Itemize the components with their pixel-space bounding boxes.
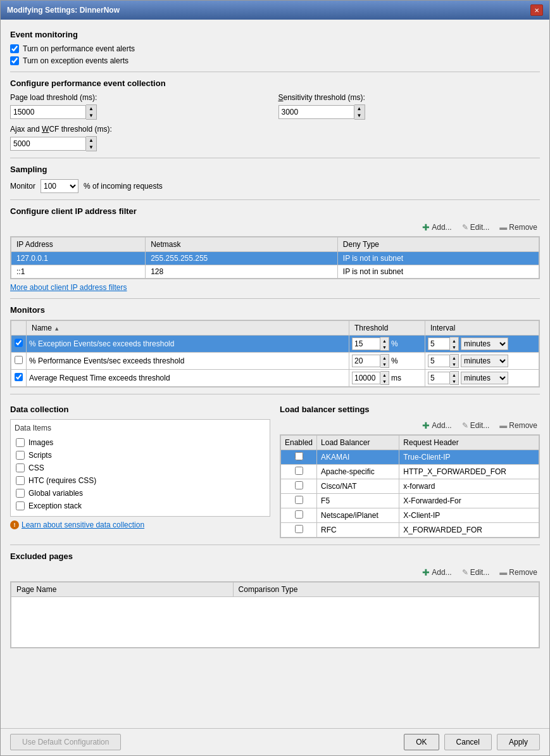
interval-input[interactable] <box>428 355 450 367</box>
lb-cell-enabled[interactable] <box>281 450 317 465</box>
ip-remove-button[interactable]: ▬ Remove <box>497 222 540 233</box>
ip-remove-label: Remove <box>509 223 537 232</box>
edit-icon: ✎ <box>462 223 468 232</box>
threshold-down-btn[interactable]: ▼ <box>380 378 389 384</box>
page-load-down-btn[interactable]: ▼ <box>86 112 96 119</box>
dc-section: Data collection Data Items Images Script… <box>10 401 270 538</box>
monitor-cell-check[interactable] <box>11 370 27 387</box>
lb-add-button[interactable]: ✚ Add... <box>420 419 454 432</box>
threshold-down-btn[interactable]: ▼ <box>380 344 389 350</box>
lb-cell-enabled[interactable] <box>281 508 317 523</box>
interval-down-btn[interactable]: ▼ <box>450 378 458 384</box>
ajax-up-btn[interactable]: ▲ <box>86 137 96 144</box>
threshold-input[interactable] <box>352 372 380 384</box>
sensitivity-input[interactable]: 3000 <box>278 105 354 119</box>
interval-up-btn[interactable]: ▲ <box>450 372 458 378</box>
dc-checkbox[interactable] <box>16 476 25 485</box>
sep6 <box>10 545 540 545</box>
threshold-up-btn[interactable]: ▲ <box>380 337 389 344</box>
ip-table-row[interactable]: ::1 128 IP is not in subnet <box>11 265 539 279</box>
ip-table-body: 127.0.0.1 255.255.255.255 IP is not in s… <box>11 252 539 279</box>
ok-button[interactable]: OK <box>404 734 439 750</box>
lb-remove-button[interactable]: ▬ Remove <box>497 420 540 431</box>
interval-unit-select[interactable]: minutes hours seconds <box>461 372 508 384</box>
monitor-row: % Exception Events/sec exceeds threshold… <box>11 336 539 353</box>
sensitivity-down-btn[interactable]: ▼ <box>354 112 365 119</box>
perf-alerts-checkbox[interactable] <box>10 44 19 53</box>
monitor-cell-check[interactable] <box>11 353 27 370</box>
threshold-input[interactable] <box>352 337 380 350</box>
sensitivity-up-btn[interactable]: ▲ <box>354 105 365 112</box>
interval-up-btn[interactable]: ▲ <box>450 355 458 361</box>
close-button[interactable]: ✕ <box>530 4 543 16</box>
monitor-cell-check[interactable] <box>11 336 27 353</box>
ip-table-row[interactable]: 127.0.0.1 255.255.255.255 IP is not in s… <box>11 252 539 265</box>
dc-checkbox[interactable] <box>16 501 25 510</box>
lb-enabled-checkbox[interactable] <box>295 496 303 504</box>
sampling-select[interactable]: 100 50 25 10 5 1 <box>41 179 78 193</box>
interval-input[interactable] <box>428 337 450 350</box>
monitor-checkbox[interactable] <box>15 339 23 347</box>
threshold-down-btn[interactable]: ▼ <box>380 361 389 367</box>
excluded-add-button[interactable]: ✚ Add... <box>420 566 454 579</box>
threshold-up-btn[interactable]: ▲ <box>380 372 389 378</box>
ajax-input[interactable]: 5000 <box>10 137 86 151</box>
ajax-down-btn[interactable]: ▼ <box>86 144 96 151</box>
lb-enabled-checkbox[interactable] <box>295 525 303 533</box>
dc-checkbox[interactable] <box>16 489 25 498</box>
cancel-button[interactable]: Cancel <box>444 734 492 750</box>
dc-checkbox[interactable] <box>16 438 25 447</box>
interval-up-btn[interactable]: ▲ <box>450 337 458 344</box>
lb-cell-enabled[interactable] <box>281 494 317 508</box>
sensitivity-spinner: 3000 ▲ ▼ <box>278 104 541 120</box>
lb-table-row[interactable]: Apache-specific HTTP_X_FORWARDED_FOR <box>281 465 539 479</box>
monitors-header: Name ▲ Threshold Interval <box>11 321 539 336</box>
lb-cell-enabled[interactable] <box>281 523 317 538</box>
excluded-header: Page Name Comparison Type <box>11 583 539 597</box>
excluded-remove-button[interactable]: ▬ Remove <box>497 567 540 578</box>
lb-cell-name: Apache-specific <box>317 465 399 479</box>
monitor-checkbox[interactable] <box>15 356 23 364</box>
ip-edit-button[interactable]: ✎ Edit... <box>459 222 492 233</box>
interval-down-btn[interactable]: ▼ <box>450 361 458 367</box>
lb-remove-label: Remove <box>509 421 537 430</box>
lb-enabled-checkbox[interactable] <box>295 452 303 460</box>
lb-table-row[interactable]: RFC X_FORWARDED_FOR <box>281 523 539 538</box>
monitor-checkbox[interactable] <box>15 373 23 381</box>
dc-label: Exception stack <box>28 501 82 510</box>
excluded-toolbar: ✚ Add... ✎ Edit... ▬ Remove <box>10 566 540 579</box>
default-config-button[interactable]: Use Default Configuration <box>10 734 121 750</box>
exception-alerts-checkbox[interactable] <box>10 56 19 65</box>
interval-input[interactable] <box>428 372 450 384</box>
apply-button[interactable]: Apply <box>497 734 540 750</box>
ip-filter-link[interactable]: More about client IP address filters <box>10 283 127 292</box>
monitor-cell-name: % Exception Events/sec exceeds threshold <box>27 336 349 353</box>
lb-enabled-checkbox[interactable] <box>295 467 303 475</box>
lb-cell-enabled[interactable] <box>281 479 317 494</box>
dc-item: CSS <box>15 462 266 474</box>
sensitive-link[interactable]: Learn about sensitive data collection <box>22 520 144 529</box>
lb-enabled-checkbox[interactable] <box>295 510 303 519</box>
lb-cell-name: Cisco/NAT <box>317 479 399 494</box>
lb-enabled-checkbox[interactable] <box>295 481 303 489</box>
lb-edit-button[interactable]: ✎ Edit... <box>459 420 492 431</box>
lb-cell-enabled[interactable] <box>281 465 317 479</box>
lb-table-row[interactable]: Cisco/NAT x-forward <box>281 479 539 494</box>
ip-add-button[interactable]: ✚ Add... <box>420 221 454 234</box>
page-load-input[interactable]: 15000 <box>10 105 86 119</box>
dc-checkbox[interactable] <box>16 451 25 460</box>
dc-checkbox[interactable] <box>16 463 25 472</box>
threshold-up-btn[interactable]: ▲ <box>380 355 389 361</box>
lb-table-row[interactable]: AKAMAI True-Client-IP <box>281 450 539 465</box>
interval-unit-select[interactable]: minutes hours seconds <box>461 355 508 367</box>
interval-unit-select[interactable]: minutes hours seconds <box>461 337 508 350</box>
page-load-up-btn[interactable]: ▲ <box>86 105 96 112</box>
lb-table-row[interactable]: Netscape/iPlanet X-Client-IP <box>281 508 539 523</box>
excluded-edit-button[interactable]: ✎ Edit... <box>459 567 492 578</box>
sampling-title: Sampling <box>10 165 540 174</box>
dc-header: Data Items <box>15 424 266 432</box>
dc-label: Images <box>28 438 53 447</box>
threshold-input[interactable] <box>352 355 380 367</box>
interval-down-btn[interactable]: ▼ <box>450 344 458 350</box>
lb-table-row[interactable]: F5 X-Forwarded-For <box>281 494 539 508</box>
